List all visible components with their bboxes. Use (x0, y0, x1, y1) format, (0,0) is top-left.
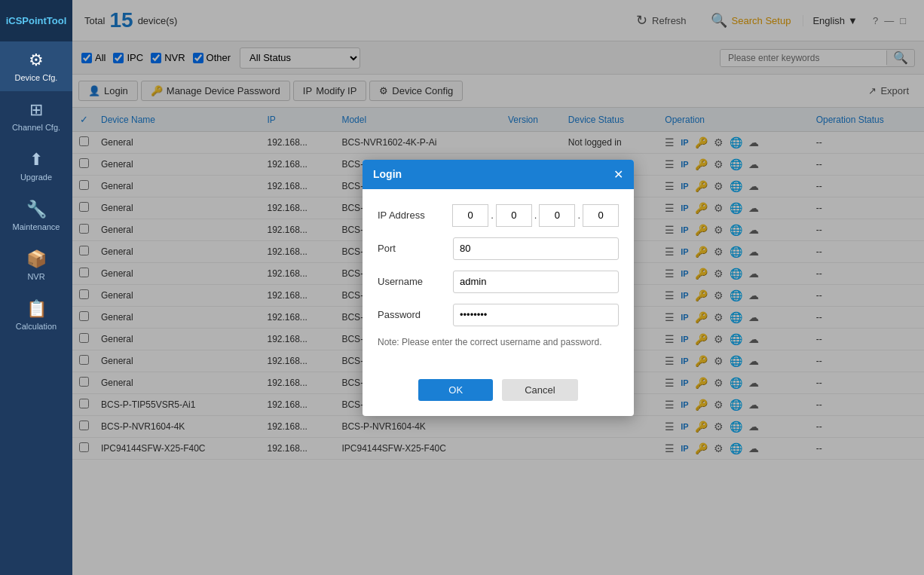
sidebar-item-label: Maintenance (13, 222, 60, 231)
ip-dot-2: . (532, 210, 540, 221)
ip-octet-1[interactable] (452, 204, 488, 227)
modal-note: Note: Please enter the correct username … (378, 337, 619, 347)
password-input[interactable] (453, 304, 619, 326)
port-input[interactable] (453, 237, 619, 260)
modal-title: Login (373, 168, 402, 180)
modal-body: IP Address . . . Port Username (363, 189, 634, 370)
wrench-icon: 🔧 (26, 200, 47, 219)
username-label: Username (378, 276, 453, 287)
sidebar-item-device-cfg[interactable]: ⚙ Device Cfg. (0, 41, 72, 91)
sidebar-item-label: Upgrade (20, 173, 52, 182)
cancel-button[interactable]: Cancel (502, 379, 577, 401)
sidebar-item-calculation[interactable]: 📋 Calculation (0, 290, 72, 340)
port-row: Port (378, 237, 619, 260)
ip-dot-1: . (488, 210, 496, 221)
ip-dot-3: . (575, 210, 583, 221)
sidebar-item-maintenance[interactable]: 🔧 Maintenance (0, 191, 72, 240)
ip-address-row: IP Address . . . (378, 204, 619, 227)
nvr-icon: 📦 (26, 249, 47, 269)
sidebar-item-upgrade[interactable]: ⬆ Upgrade (0, 141, 72, 191)
sidebar-item-channel-cfg[interactable]: ⊞ Channel Cfg. (0, 91, 72, 141)
sidebar-item-nvr[interactable]: 📦 NVR (0, 240, 72, 290)
sidebar: iCSPointTool ⚙ Device Cfg. ⊞ Channel Cfg… (0, 0, 72, 575)
password-label: Password (378, 309, 453, 320)
modal-overlay: Login ✕ IP Address . . . Port (72, 0, 924, 575)
modal-footer: OK Cancel (363, 370, 634, 416)
port-label: Port (378, 243, 453, 254)
username-input[interactable] (453, 271, 619, 293)
sidebar-item-label: NVR (27, 272, 44, 281)
password-row: Password (378, 304, 619, 326)
sidebar-item-label: Channel Cfg. (12, 123, 60, 132)
ip-input-group: . . . (452, 204, 619, 227)
sidebar-item-label: Calculation (16, 322, 57, 331)
sidebar-item-label: Device Cfg. (15, 73, 58, 82)
modal-header: Login ✕ (363, 160, 634, 189)
calc-icon: 📋 (26, 299, 47, 319)
ip-octet-4[interactable] (583, 204, 619, 227)
app-logo: iCSPointTool (0, 0, 72, 41)
modal-close-button[interactable]: ✕ (613, 167, 623, 182)
channel-icon: ⊞ (29, 100, 43, 120)
ip-octet-2[interactable] (496, 204, 532, 227)
username-row: Username (378, 271, 619, 293)
upgrade-icon: ⬆ (29, 150, 43, 170)
ok-button[interactable]: OK (418, 379, 493, 401)
ip-label: IP Address (378, 210, 452, 221)
ip-octet-3[interactable] (539, 204, 575, 227)
login-modal: Login ✕ IP Address . . . Port (363, 160, 634, 416)
gear-icon: ⚙ (29, 50, 44, 70)
